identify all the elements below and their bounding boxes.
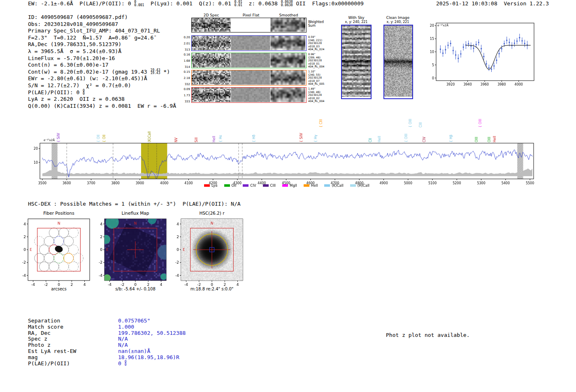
legend-item: (K)CaII (324, 183, 343, 188)
stacked-fraction: 0.010.01 (235, 0, 242, 7)
table-row: Separation0.0757065" (28, 318, 76, 324)
scale-value: 0.15 (183, 70, 190, 74)
stacked-fraction: 19.4319.43 (150, 69, 160, 75)
spectral-line-label: (K)CaII (148, 131, 151, 142)
fiber-positions-title: Fiber Positions (28, 211, 90, 216)
spectral-line-label: CIII (419, 122, 423, 128)
detection-info-block: ID: 4090509687 (4090509687.pdf)Obs: 2023… (28, 14, 176, 109)
legend-item: Lyα (204, 183, 218, 188)
legend-swatch (350, 184, 356, 187)
legend-item: CIII (263, 183, 276, 188)
table-row-label: Separation (28, 318, 60, 324)
spec2d-row-image (192, 18, 305, 32)
legend-label: HeII (311, 183, 318, 188)
info-text: LineFlux = -5.70(±1.20)e-16 (28, 55, 115, 61)
spectral-line-label: { OIII (478, 119, 482, 128)
spectral-line-label: HeII (493, 136, 497, 142)
spectral-line-label: { Hδ (252, 135, 256, 142)
spectral-line-label: HeII (212, 136, 216, 142)
spec2d-row-scale-values: 0.202.01313 (179, 35, 190, 52)
info-line: EWr = -2.80(±0.61) (w: -2.10(±0.45))Å (28, 75, 176, 82)
info-text: Primary Spec_Slot_IFU_AMP: 404_073_071_R… (28, 28, 160, 34)
table-row-label: mag (28, 354, 37, 360)
stacked-fraction: 0.06380.0638 (281, 0, 293, 7)
table-row: mag18.96(18.95,18.96)R (28, 354, 76, 360)
spectral-line-label: { OIII (409, 119, 412, 128)
scale-value: 0.16 (183, 53, 190, 56)
info-text: F=2.3" T=0.122 N̄=1.57 A=0.86̄ g=24.6̄ (28, 35, 153, 41)
table-row-label: Est LyA rest-EW (28, 348, 76, 354)
legend-label: CIII (270, 183, 276, 188)
lineflux-map-plot (92, 216, 173, 286)
stacked-fraction: 00 (83, 89, 85, 95)
info-text: P(LAE)/P(OII): 0 (28, 89, 83, 95)
spectral-line-label: { Hε (219, 135, 223, 142)
table-row-value: 18.96(18.95,18.96)R (118, 354, 179, 361)
spec2d-col-title-pixelflat: Pixel Flat (231, 13, 271, 17)
spectral-line-label: OIII (488, 137, 491, 142)
scale-value: 332 (185, 83, 190, 86)
spectral-line-label: OIII (475, 137, 478, 142)
spectral-line-label: HeII (378, 136, 381, 142)
table-row-label: P(LAE)/P(OII) (28, 360, 70, 366)
spectral-line-label: { SiIV (300, 133, 303, 142)
legend-label: Lyα (211, 183, 218, 188)
spec2d-row-annotation: 1.49" (240, 46) 20230128 v018_02 404_RL_… (308, 88, 329, 103)
scale-value: 314 (185, 65, 190, 69)
spec2d-row-image (192, 88, 305, 102)
table-row: P(LAE)/P(OII)0 00 (28, 360, 76, 366)
header-right: 2025-01-12 10:03:08 Version 1.22.3 (436, 0, 549, 7)
main-spectrum-plot (32, 136, 540, 188)
spectral-line-label: { Hβ (449, 135, 453, 142)
clean-image-frame (383, 25, 413, 99)
info-line: RA,Dec (199.786331,50.512379) (28, 41, 176, 48)
legend-item: MgII (282, 183, 297, 188)
withsky-subtitle: x, y: 240, 221 (340, 20, 373, 24)
info-text: Obs: 20230128v018_4090509687 (28, 21, 118, 27)
withsky-image-frame (341, 25, 372, 99)
scale-value: 1.68 (183, 59, 190, 63)
header-segment: EW: -2.1±-0.6Å (28, 0, 79, 7)
scale-value: 333 (185, 100, 190, 103)
scale-value: 1.73 (183, 94, 190, 97)
stacked-fraction: 00 (125, 360, 127, 366)
legend-swatch (304, 184, 309, 187)
spec2d-row-scale-values: 0.091.73333 (179, 87, 190, 104)
info-text: *) (160, 69, 170, 75)
legend-item: CIV (243, 183, 256, 188)
spectral-line-label: { OIII (404, 134, 408, 142)
info-line: LineFlux = -5.70(±1.20)e-16 (28, 55, 176, 62)
info-text: LyA z = 2.2620 OII z = 0.0638 (28, 96, 125, 102)
spectral-line-label: { OII (97, 135, 100, 142)
stacked-fraction: 00.001 (134, 0, 144, 7)
info-text: Cont(n) = 6.30(±0.00)e-17 (28, 62, 109, 68)
legend-label: OII (232, 183, 237, 188)
spectral-line-label: { OII (102, 135, 106, 142)
header-timestamp: 2025-01-12 10:03:08 (436, 0, 497, 7)
lineflux-map-xlabel: s/b: -5.64 +/- 0.108 (100, 287, 170, 291)
spec2d-row-annotation: Weighted Sum (308, 20, 329, 28)
photz-note: Phot z plot not available. (386, 332, 470, 339)
header-segment: P(Lyα): 0.001 (144, 0, 199, 7)
legend-item: HeII (304, 183, 318, 188)
withsky-title: With Sky (340, 16, 373, 20)
info-line: λ = 3965.5Å σ = 5.24(±0.93)Å (28, 48, 176, 55)
legend-swatch (204, 184, 210, 187)
spec2d-col-title-2dspec: 2D Spec (191, 13, 231, 17)
lineflux-map-title: Lineflux Map (105, 211, 166, 216)
header-segment: z: 0.0638 (242, 0, 281, 7)
header-version: Version 1.22.3 (504, 0, 549, 7)
table-row-label: Spec z (28, 336, 47, 342)
legend-label: MgII (290, 183, 297, 188)
spec2d-row-scale-values: 0.161.68314 (179, 53, 190, 69)
hsc-cutout-plot (169, 216, 249, 286)
info-text: EWr = -2.80(±0.61) (w: -2.10(±0.45))Å (28, 75, 147, 81)
header-segment: Q(z): 0.01 (199, 0, 234, 7)
info-text: Q(0.00) (K)CaII(3934) z = 0.0081 EW r = … (28, 103, 176, 109)
spectral-line-label: { CIII (319, 119, 323, 128)
fiber-positions-plot (16, 216, 96, 286)
info-line: Primary Spec_Slot_IFU_AMP: 404_073_071_R… (28, 28, 176, 35)
match-table: Separation0.0757065"Match score1.000RA, … (28, 318, 76, 366)
info-line: S/N = 12.7(±2.7) χ² = 0.7(±0.0) (28, 82, 176, 89)
clean-image (384, 26, 412, 97)
